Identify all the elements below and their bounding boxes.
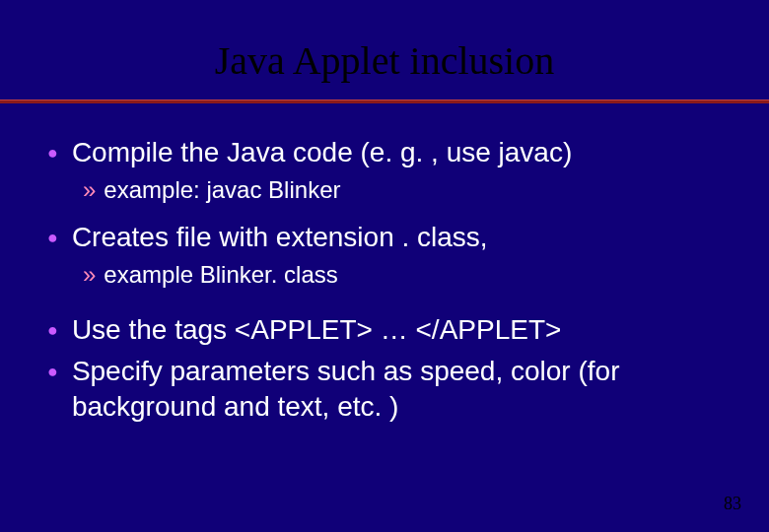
- bullet-item: ● Specify parameters such as speed, colo…: [47, 354, 722, 425]
- bullet-text: Compile the Java code (e. g. , use javac…: [72, 135, 572, 170]
- bullet-item: ● Creates file with extension . class,: [47, 220, 722, 255]
- bullet-item: ● Use the tags <APPLET> … </APPLET>: [47, 312, 722, 348]
- bullet-text: Use the tags <APPLET> … </APPLET>: [72, 312, 561, 348]
- slide-title: Java Applet inclusion: [0, 0, 769, 100]
- dot-icon: ●: [47, 220, 58, 255]
- sub-bullet-item: » example: javac Blinker: [83, 174, 722, 206]
- dot-icon: ●: [47, 354, 58, 389]
- dot-icon: ●: [47, 135, 58, 170]
- sub-bullet-text: example: javac Blinker: [104, 174, 340, 206]
- bullet-item: ● Compile the Java code (e. g. , use jav…: [47, 135, 722, 170]
- sub-bullet-text: example Blinker. class: [104, 259, 337, 291]
- page-number: 83: [724, 494, 741, 514]
- dot-icon: ●: [47, 312, 58, 348]
- chevron-icon: »: [83, 259, 96, 291]
- sub-bullet-item: » example Blinker. class: [83, 259, 722, 291]
- slide-content: ● Compile the Java code (e. g. , use jav…: [0, 103, 769, 425]
- bullet-text: Creates file with extension . class,: [72, 220, 488, 255]
- chevron-icon: »: [83, 174, 96, 206]
- bullet-text: Specify parameters such as speed, color …: [72, 354, 722, 425]
